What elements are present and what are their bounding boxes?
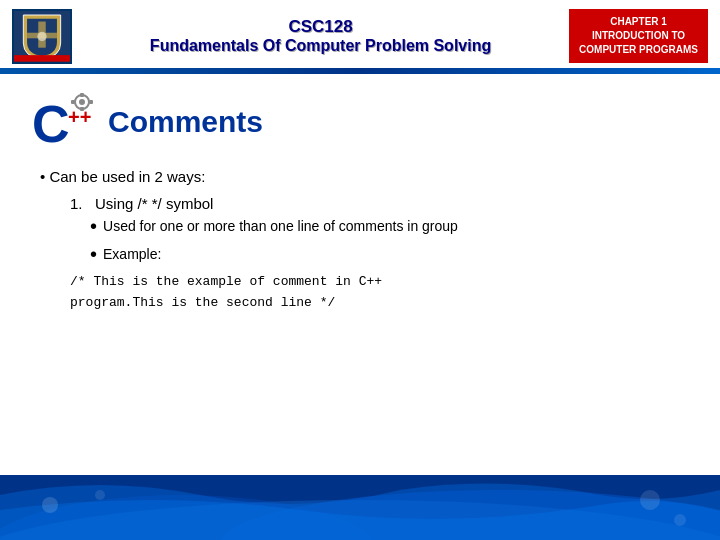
sub-bullet-text: Used for one or more than one line of co… — [103, 218, 458, 234]
svg-rect-9 — [80, 93, 84, 97]
section-heading: Comments — [108, 105, 263, 139]
code-line-1: /* This is the example of comment in C++ — [70, 272, 690, 293]
svg-point-18 — [95, 490, 105, 500]
course-code: CSC128 — [72, 17, 569, 37]
svg-point-8 — [79, 99, 85, 105]
example-text: Example: — [103, 246, 161, 262]
svg-point-17 — [42, 497, 58, 513]
item1-text: Using /* */ symbol — [95, 195, 213, 212]
slide-header: CSC128 Fundamentals Of Computer Problem … — [0, 0, 720, 68]
slide-container: CSC128 Fundamentals Of Computer Problem … — [0, 0, 720, 540]
example-label: • Example: — [90, 246, 690, 264]
chapter-line2: INTRODUCTION TO — [579, 29, 698, 43]
example-bullet-dot: • — [90, 244, 97, 264]
svg-text:C: C — [32, 95, 70, 152]
bullet-text: Can be used in 2 ways: — [49, 168, 205, 185]
main-bullet: • Can be used in 2 ways: — [40, 168, 690, 185]
code-line-2: program.This is the second line */ — [70, 293, 690, 314]
cpp-logo: C ++ — [30, 92, 100, 152]
svg-rect-12 — [89, 100, 93, 104]
item1-number: 1. — [70, 195, 83, 212]
svg-point-20 — [674, 514, 686, 526]
university-logo — [12, 9, 72, 64]
bullet-symbol: • — [40, 168, 49, 185]
chapter-line3: COMPUTER PROGRAMS — [579, 43, 698, 57]
header-center: CSC128 Fundamentals Of Computer Problem … — [72, 17, 569, 55]
svg-point-3 — [37, 32, 46, 41]
svg-rect-11 — [71, 100, 75, 104]
code-block: /* This is the example of comment in C++… — [70, 272, 690, 314]
bottom-decoration — [0, 475, 720, 540]
main-content: C ++ Comments — [0, 74, 720, 475]
numbered-item-1: 1. Using /* */ symbol — [70, 195, 690, 212]
course-name: Fundamentals Of Computer Problem Solving — [72, 37, 569, 55]
svg-rect-10 — [80, 107, 84, 111]
svg-point-19 — [640, 490, 660, 510]
sub-bullet-dot: • — [90, 216, 97, 236]
chapter-box: CHAPTER 1 INTRODUCTION TO COMPUTER PROGR… — [569, 9, 708, 63]
header-left — [12, 9, 72, 64]
svg-rect-4 — [14, 55, 70, 62]
chapter-line1: CHAPTER 1 — [579, 15, 698, 29]
section-title-row: C ++ Comments — [30, 92, 690, 152]
sub-bullet-1: • Used for one or more than one line of … — [90, 218, 690, 236]
